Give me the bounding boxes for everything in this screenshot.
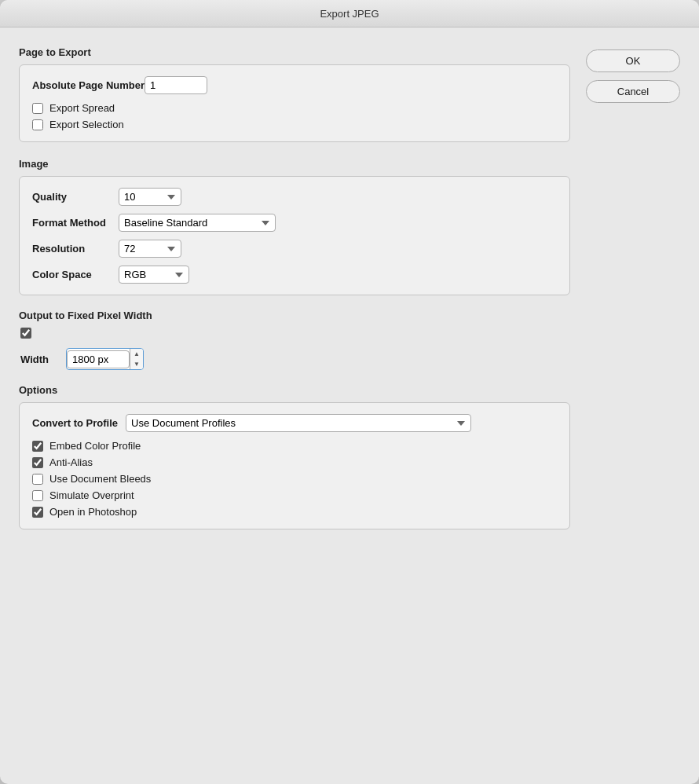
page-to-export-label: Page to Export — [19, 46, 570, 58]
anti-alias-label: Anti-Alias — [49, 456, 93, 468]
convert-to-profile-select[interactable]: Use Document Profiles sRGB Adobe RGB Pro… — [126, 414, 471, 432]
image-box: Quality 1234 5678 910 Format Method Base… — [19, 176, 570, 295]
color-space-label: Color Space — [32, 269, 119, 280]
quality-select[interactable]: 1234 5678 910 — [119, 188, 181, 206]
options-box: Convert to Profile Use Document Profiles… — [19, 402, 570, 529]
convert-to-profile-label: Convert to Profile — [32, 417, 118, 429]
width-spinner: ▲ ▼ — [130, 349, 143, 369]
output-section-label: Output to Fixed Pixel Width — [19, 310, 570, 321]
output-controls: Width ▲ ▼ — [19, 328, 570, 370]
open-in-photoshop-row: Open in Photoshop — [32, 506, 557, 518]
anti-alias-row: Anti-Alias — [32, 456, 557, 468]
open-in-photoshop-label: Open in Photoshop — [49, 506, 137, 518]
width-label: Width — [20, 354, 60, 365]
open-in-photoshop-checkbox[interactable] — [32, 507, 43, 518]
width-decrement-button[interactable]: ▼ — [130, 359, 143, 369]
format-method-label: Format Method — [32, 217, 119, 229]
use-document-bleeds-label: Use Document Bleeds — [49, 473, 151, 485]
absolute-page-number-label: Absolute Page Number — [32, 79, 145, 91]
width-input-wrapper: ▲ ▼ — [66, 348, 144, 370]
color-space-row: Color Space RGB CMYK Gray — [32, 266, 557, 284]
resolution-label: Resolution — [32, 243, 119, 255]
use-document-bleeds-row: Use Document Bleeds — [32, 473, 557, 485]
absolute-page-number-input[interactable] — [145, 76, 207, 94]
embed-color-profile-row: Embed Color Profile — [32, 440, 557, 452]
format-method-select[interactable]: Baseline Standard Baseline Optimized Pro… — [119, 214, 276, 232]
output-section: Output to Fixed Pixel Width Width ▲ ▼ — [19, 310, 570, 370]
image-section-label: Image — [19, 158, 570, 170]
simulate-overprint-checkbox[interactable] — [32, 490, 43, 501]
options-section: Options Convert to Profile Use Document … — [19, 384, 570, 529]
export-spread-checkbox[interactable] — [32, 103, 43, 114]
resolution-row: Resolution 72 96 150 300 — [32, 240, 557, 258]
width-row: Width ▲ ▼ — [20, 348, 570, 370]
ok-button[interactable]: OK — [586, 49, 680, 72]
embed-color-profile-label: Embed Color Profile — [49, 440, 141, 452]
width-input[interactable] — [67, 350, 130, 368]
simulate-overprint-label: Simulate Overprint — [49, 489, 134, 501]
export-spread-row: Export Spread — [32, 102, 557, 114]
anti-alias-checkbox[interactable] — [32, 457, 43, 468]
output-enabled-checkbox[interactable] — [20, 328, 31, 339]
export-selection-label: Export Selection — [49, 119, 124, 130]
use-document-bleeds-checkbox[interactable] — [32, 474, 43, 485]
export-spread-label: Export Spread — [49, 102, 115, 114]
resolution-select[interactable]: 72 96 150 300 — [119, 240, 181, 258]
simulate-overprint-row: Simulate Overprint — [32, 489, 557, 501]
quality-label: Quality — [32, 191, 119, 203]
dialog-title: Export JPEG — [0, 0, 699, 27]
output-enabled-row — [20, 328, 570, 339]
color-space-select[interactable]: RGB CMYK Gray — [119, 266, 189, 284]
left-panel: Page to Export Absolute Page Number Expo… — [19, 46, 570, 533]
quality-row: Quality 1234 5678 910 — [32, 188, 557, 206]
export-jpeg-dialog: Export JPEG Page to Export Absolute Page… — [0, 0, 699, 784]
convert-profile-row: Convert to Profile Use Document Profiles… — [32, 414, 557, 432]
cancel-button[interactable]: Cancel — [586, 80, 680, 103]
page-to-export-box: Absolute Page Number Export Spread Expor… — [19, 64, 570, 142]
absolute-page-number-row: Absolute Page Number — [32, 76, 557, 94]
export-selection-row: Export Selection — [32, 119, 557, 130]
export-selection-checkbox[interactable] — [32, 119, 43, 130]
embed-color-profile-checkbox[interactable] — [32, 441, 43, 452]
options-section-label: Options — [19, 384, 570, 396]
format-method-row: Format Method Baseline Standard Baseline… — [32, 214, 557, 232]
width-increment-button[interactable]: ▲ — [130, 349, 143, 359]
right-panel: OK Cancel — [586, 46, 680, 533]
